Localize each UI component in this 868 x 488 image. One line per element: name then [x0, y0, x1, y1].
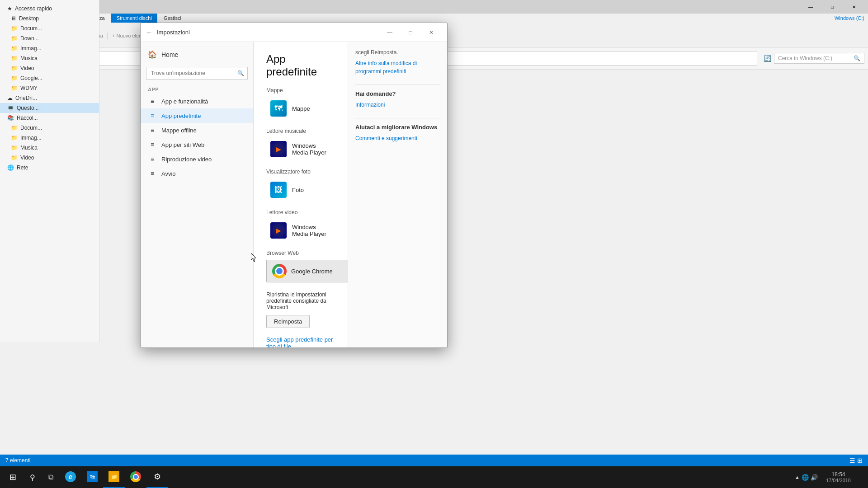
right-panel-link1[interactable]: Altre info sulla modifica di programmi p… [355, 59, 440, 75]
ribbon-tabs: File Home Condividi Visualizza Strumenti… [0, 14, 868, 23]
nav-item-musica[interactable]: 📁 Musica [0, 53, 99, 63]
settings-right-panel: scegli Reimposta. Altre info sulla modif… [348, 42, 447, 347]
app-item-foto[interactable]: 🖼 Foto [266, 178, 335, 201]
reset-button[interactable]: Reimposta [266, 315, 310, 328]
systray-network[interactable]: 🌐 [802, 474, 809, 481]
nav-icon-questo-pc: 💻 [7, 105, 14, 111]
ribbon-tab-strumenti[interactable]: Strumenti dischi [111, 14, 157, 23]
taskbar-date-text: 17/04/2018 [826, 478, 851, 483]
right-panel-link2[interactable]: Informazioni [355, 101, 440, 109]
taskbar-explorer[interactable]: 📁 [103, 466, 125, 488]
taskbar-store[interactable]: 🛍 [81, 466, 103, 488]
settings-back-btn[interactable]: ← [146, 29, 152, 36]
sidebar-home-label: Home [161, 51, 178, 58]
fe-maximize-btn[interactable]: □ [822, 0, 843, 14]
view-toggle: ☰ ⊞ [849, 457, 863, 464]
nav-item-mus2[interactable]: 📁 Musica [0, 143, 99, 153]
view-list-btn[interactable]: ☰ [849, 457, 855, 464]
show-desktop-btn[interactable] [855, 466, 863, 488]
link-tipo-file[interactable]: Scegli app predefinite per tipo di file [266, 336, 335, 347]
nav-icon-raccolta: 📚 [7, 115, 14, 121]
sidebar-item-app-funzionalita[interactable]: ≡ App e funzionalità [141, 94, 253, 108]
fe-close-btn[interactable]: ✕ [844, 0, 864, 14]
wmp-video-icon [270, 222, 287, 239]
reset-section: Ripristina le impostazioni predefinite c… [266, 291, 335, 328]
nav-item-rete[interactable]: 🌐 Rete [0, 163, 99, 173]
app-icon-foto: 🖼 [270, 182, 287, 198]
status-bar-text: 7 elementi [5, 457, 30, 464]
nav-item-vid2[interactable]: 📁 Video [0, 153, 99, 163]
nav-item-wdmy[interactable]: 📁 WDMY [0, 83, 99, 93]
systray-arrow[interactable]: ▲ [795, 474, 800, 480]
sidebar-section-app: App [141, 83, 253, 94]
app-name-foto: Foto [292, 187, 304, 193]
systray-volume[interactable]: 🔊 [811, 474, 818, 481]
settings-close-btn[interactable]: ✕ [421, 26, 442, 39]
nav-item-onedrive[interactable]: ☁ OneDri... [0, 93, 99, 103]
sidebar-home-item[interactable]: 🏠 Home [141, 46, 253, 63]
nav-icon-wdmy: 📁 [11, 85, 18, 91]
settings-maximize-btn[interactable]: □ [400, 26, 421, 39]
view-grid-btn[interactable]: ⊞ [857, 457, 863, 464]
app-item-wmp-music[interactable]: Windows Media Player [266, 138, 335, 160]
ribbon-tab-gestisci[interactable]: Gestisci [158, 14, 187, 23]
settings-window: ← Impostazioni — □ ✕ 🏠 Home 🔍 App [140, 23, 448, 348]
app-item-mappe[interactable]: 🗺 Mappe [266, 97, 335, 120]
sidebar-item-app-predefinite[interactable]: ≡ App predefinite [141, 108, 253, 123]
nav-icon-video: 📁 [11, 65, 18, 71]
nav-item-questo-pc[interactable]: 💻 Questo... [0, 103, 99, 113]
nav-item-imm2[interactable]: 📁 Immag... [0, 133, 99, 143]
start-icon: ⊞ [9, 472, 16, 482]
nav-item-doc2[interactable]: 📁 Docum... [0, 123, 99, 133]
sidebar-label-app-predefinite: App predefinite [161, 113, 201, 119]
nav-item-download[interactable]: 📁 Down... [0, 33, 99, 43]
nav-icon-download: 📁 [11, 35, 18, 42]
right-panel-migliorare-section: Aiutaci a migliorare Windows Commenti e … [355, 124, 440, 142]
nav-icon-rete: 🌐 [7, 164, 14, 171]
nav-item-documenti[interactable]: 📁 Docum... [0, 23, 99, 33]
nav-item-video[interactable]: 📁 Video [0, 63, 99, 73]
fe-minimize-btn[interactable]: — [800, 0, 821, 14]
wmp-music-icon [270, 141, 287, 157]
fe-left-nav: ★ Accesso rapido 🖥 Desktop 📁 Docum... 📁 … [0, 0, 99, 342]
refresh-btn[interactable]: 🔄 [764, 55, 771, 62]
file-explorer-titlebar: 💾 ↩ 🔽 Windows (C:) — □ ✕ [0, 0, 868, 14]
page-title: App predefinite [266, 53, 335, 78]
sidebar-icon-app-siti-web: ≡ [148, 141, 157, 148]
app-name-wmp-music: Windows Media Player [292, 142, 331, 156]
sidebar-item-avvio[interactable]: ≡ Avvio [141, 166, 253, 181]
right-panel-partial-text: scegli Reimposta. [355, 49, 440, 56]
taskbar-chrome[interactable] [125, 466, 146, 488]
sidebar-item-mappe-offline[interactable]: ≡ Mappe offline [141, 123, 253, 137]
taskbar-settings[interactable]: ⚙ [146, 466, 168, 488]
nav-item-desktop[interactable]: 🖥 Desktop [0, 14, 99, 23]
task-view-icon: ⧉ [48, 473, 53, 481]
sidebar-search-input[interactable] [146, 67, 248, 80]
taskbar-task-view[interactable]: ⧉ [42, 466, 60, 488]
sidebar-item-app-siti-web[interactable]: ≡ App per siti Web [141, 137, 253, 152]
start-button[interactable]: ⊞ [2, 466, 24, 488]
nav-icon-onedrive: ☁ [7, 95, 13, 101]
settings-taskbar-icon: ⚙ [152, 471, 163, 482]
right-panel-link3[interactable]: Commenti e suggerimenti [355, 134, 440, 142]
settings-minimize-btn[interactable]: — [379, 26, 400, 39]
sidebar-search-icon: 🔍 [237, 70, 244, 76]
app-item-wmp-video[interactable]: Windows Media Player [266, 219, 335, 242]
nav-icon-google: 📁 [11, 75, 18, 81]
taskbar-time-text: 18:54 [826, 471, 851, 478]
sidebar-item-riproduzione-video[interactable]: ≡ Riproduzione video [141, 152, 253, 166]
nav-item-raccolta[interactable]: 📚 Raccol... [0, 113, 99, 123]
search-box[interactable]: Cerca in Windows (C:) 🔍 [774, 53, 864, 64]
taskbar-ie[interactable]: e [60, 466, 81, 488]
home-icon: 🏠 [148, 50, 157, 59]
nav-item-immagini[interactable]: 📁 Immag... [0, 43, 99, 53]
app-icon-wmp-video [270, 222, 287, 239]
right-panel-domande-title: Hai domande? [355, 90, 440, 97]
nav-item-accesso[interactable]: ★ Accesso rapido [0, 4, 99, 14]
taskbar-search-btn[interactable]: ⚲ [24, 466, 42, 488]
app-name-chrome: Google Chrome [291, 268, 333, 275]
app-item-chrome[interactable]: Google Chrome [266, 260, 348, 282]
nav-item-google[interactable]: 📁 Google... [0, 73, 99, 83]
taskbar-clock[interactable]: 18:54 17/04/2018 [822, 469, 854, 485]
links-section: Scegli app predefinite per tipo di file … [266, 336, 335, 347]
